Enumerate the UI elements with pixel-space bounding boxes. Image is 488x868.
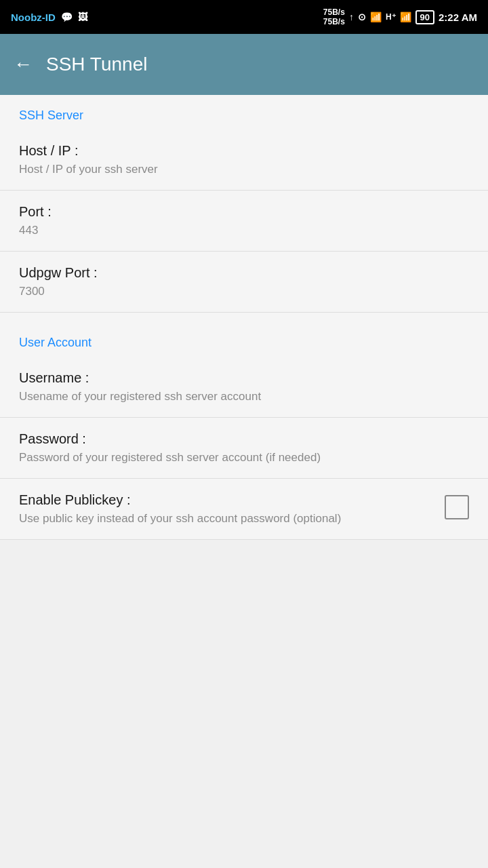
enable-publickey-checkbox[interactable] (445, 495, 469, 519)
udpgw-port-item[interactable]: Udpgw Port : 7300 (0, 252, 488, 312)
photo-icon: 🖼 (78, 12, 87, 22)
enable-publickey-item[interactable]: Enable Publickey : Use public key instea… (0, 479, 488, 539)
password-label: Password : (19, 431, 469, 447)
status-right: 75B/s75B/s ↑ ⊙ 📶 H⁺ 📶 90 2:22 AM (323, 7, 477, 27)
network-speed: 75B/s75B/s (323, 7, 345, 27)
port-item[interactable]: Port : 443 (0, 191, 488, 251)
signal2-icon: 📶 (400, 12, 411, 22)
upload-icon: ↑ (349, 12, 354, 22)
enable-publickey-label: Enable Publickey : (19, 492, 431, 508)
host-ip-label: Host / IP : (19, 143, 469, 159)
messenger-icon: 💬 (61, 12, 73, 22)
app-bar: ← SSH Tunnel (0, 34, 488, 95)
content: SSH Server Host / IP : Host / IP of your… (0, 95, 488, 540)
udpgw-port-value: 7300 (19, 285, 469, 298)
status-app-name: Noobz-ID (11, 12, 56, 23)
username-item[interactable]: Username : Usename of your registered ss… (0, 357, 488, 417)
password-value: Password of your registered ssh server a… (19, 451, 469, 465)
username-label: Username : (19, 370, 469, 386)
port-label: Port : (19, 204, 469, 220)
enable-publickey-value: Use public key instead of your ssh accou… (19, 512, 431, 526)
host-ip-value: Host / IP of your ssh server (19, 163, 469, 176)
back-button[interactable]: ← (14, 55, 33, 74)
udpgw-port-label: Udpgw Port : (19, 265, 469, 281)
battery-icon: 90 (415, 10, 434, 24)
section-gap-1 (0, 313, 488, 322)
signal-icon: 📶 (370, 12, 382, 22)
section-ssh-server: SSH Server (0, 95, 488, 130)
section-user-account: User Account (0, 322, 488, 357)
section-user-account-title: User Account (19, 336, 92, 349)
port-value: 443 (19, 224, 469, 237)
app-bar-title: SSH Tunnel (46, 54, 147, 75)
status-time: 2:22 AM (439, 12, 477, 23)
section-ssh-server-title: SSH Server (19, 108, 83, 122)
password-item[interactable]: Password : Password of your registered s… (0, 418, 488, 478)
divider-6 (0, 539, 488, 540)
username-value: Usename of your registered ssh server ac… (19, 390, 469, 403)
host-ip-item[interactable]: Host / IP : Host / IP of your ssh server (0, 130, 488, 190)
enable-publickey-text: Enable Publickey : Use public key instea… (19, 492, 445, 526)
status-bar: Noobz-ID 💬 🖼 75B/s75B/s ↑ ⊙ 📶 H⁺ 📶 90 2:… (0, 0, 488, 34)
hplus-badge: H⁺ (386, 12, 396, 22)
status-left: Noobz-ID 💬 🖼 (11, 12, 87, 23)
wifi-icon: ⊙ (358, 12, 366, 22)
